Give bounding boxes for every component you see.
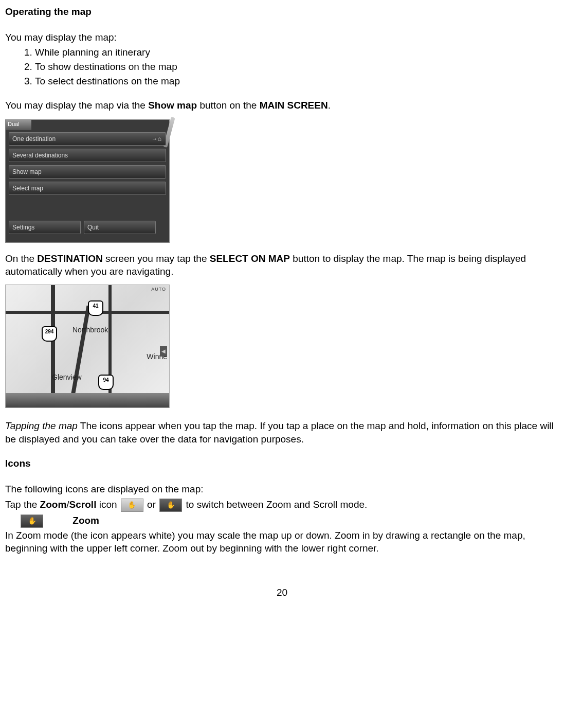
- home-icon: →⌂: [152, 135, 161, 143]
- destination-label: DESTINATION: [37, 253, 102, 264]
- one-destination-button: One destination →⌂: [9, 132, 166, 146]
- text: or: [144, 499, 158, 510]
- text: icon: [96, 499, 119, 510]
- show-map-instruction: You may display the map via the Show map…: [5, 99, 559, 112]
- hand-icon-dark: ✋: [21, 514, 43, 528]
- text: .: [328, 100, 331, 111]
- hand-icon-light: ✋: [121, 499, 143, 512]
- section-heading: Operating the map: [5, 5, 559, 19]
- road: [51, 285, 55, 407]
- dual-tab: Dual: [6, 120, 31, 130]
- route-shield: 294: [42, 326, 57, 342]
- map-background: [6, 285, 169, 407]
- show-map-button: Show map: [9, 165, 166, 179]
- text: Tap the: [5, 499, 40, 510]
- scroll-label: Scroll: [69, 499, 97, 510]
- text: to switch between Zoom and Scroll mode.: [183, 499, 367, 510]
- main-menu-screenshot: Dual One destination →⌂ Several destinat…: [5, 119, 170, 243]
- text: screen you may tap the: [103, 253, 210, 264]
- map-screenshot: AUTO 41 294 94 Northbrook Glenview Winne…: [5, 285, 170, 408]
- city-label: Northbrook: [72, 325, 108, 335]
- city-label: Glenview: [52, 372, 82, 382]
- text: You may display the map via the: [5, 100, 148, 111]
- hand-icon-dark: ✋: [159, 499, 182, 512]
- tapping-map-para: Tapping the map The icons appear when yo…: [5, 419, 559, 446]
- intro-text: You may display the map:: [5, 31, 559, 44]
- several-destinations-button: Several destinations: [9, 149, 166, 162]
- list-item: To select destinations on the map: [35, 75, 559, 88]
- zoom-mode-label: Zoom: [72, 514, 99, 527]
- route-shield: 41: [88, 300, 103, 316]
- list-item: While planning an itinerary: [35, 46, 559, 59]
- route-shield: 94: [98, 375, 114, 390]
- button-label: One destination: [12, 135, 56, 143]
- text: The icons appear when you tap the map. I…: [5, 420, 554, 445]
- auto-label: AUTO: [151, 286, 166, 292]
- zoom-row: ✋ Zoom: [5, 514, 559, 528]
- text: On the: [5, 253, 37, 264]
- show-map-label: Show map: [148, 100, 197, 111]
- list-item: To show destinations on the map: [35, 60, 559, 74]
- select-map-button: Select map: [9, 182, 166, 195]
- side-arrow-icon: ◀: [160, 346, 167, 357]
- page-number: 20: [5, 586, 559, 599]
- icons-intro: The following icons are displayed on the…: [5, 483, 559, 496]
- select-on-map-label: SELECT ON MAP: [210, 253, 290, 264]
- tapping-label: Tapping the map: [5, 420, 78, 431]
- text: button on the: [197, 100, 260, 111]
- destination-instruction: On the DESTINATION screen you may tap th…: [5, 252, 559, 278]
- map-toolbar: [6, 393, 169, 407]
- settings-button: Settings: [9, 221, 81, 234]
- main-screen-label: MAIN SCREEN: [260, 100, 328, 111]
- icons-heading: Icons: [5, 457, 559, 470]
- zoom-description: In Zoom mode (the icon appears white) yo…: [5, 529, 559, 555]
- quit-button: Quit: [84, 221, 156, 234]
- zoom-label: Zoom: [40, 499, 67, 510]
- zoom-scroll-instruction: Tap the Zoom/Scroll icon ✋ or ✋ to switc…: [5, 498, 559, 512]
- display-list: While planning an itinerary To show dest…: [5, 46, 559, 87]
